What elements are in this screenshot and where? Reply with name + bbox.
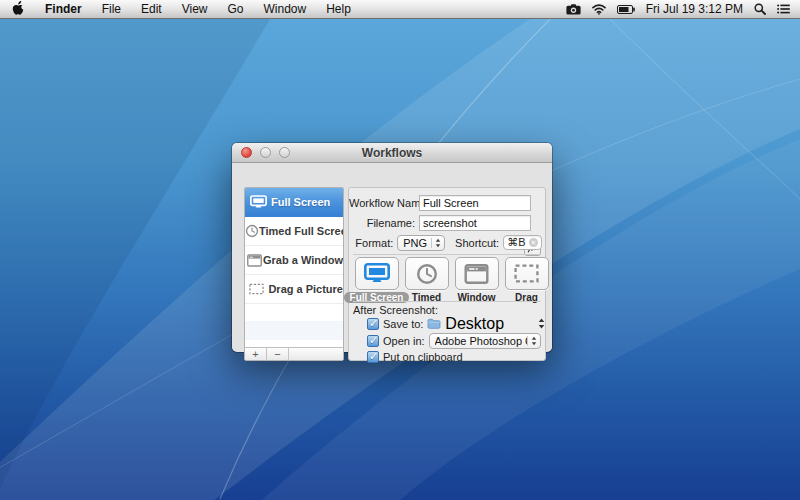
zoom-button[interactable] [279, 147, 290, 158]
separator [353, 254, 541, 255]
window-icon [245, 254, 263, 267]
wifi-status-icon[interactable] [592, 4, 606, 15]
separator [353, 301, 541, 302]
workflow-item-drag-a-picture[interactable]: Drag a Picture [245, 275, 343, 304]
filename-input[interactable] [419, 215, 531, 231]
workflow-detail-pane: Workflow Name: Filename: [348, 187, 546, 361]
shortcut-value: ⌘B [507, 236, 525, 249]
capture-type-buttons: Full Screen Timed [354, 257, 549, 303]
shortcut-label: Shortcut: [455, 237, 499, 249]
apple-menu[interactable] [0, 0, 35, 18]
open-in-label: Open in: [383, 335, 425, 347]
open-in-value: Adobe Photoshop CS5 [435, 335, 527, 347]
window-title: Workflows [362, 146, 422, 160]
spotlight-icon[interactable] [754, 3, 766, 15]
format-label: Format: [349, 237, 393, 249]
marquee-icon [245, 283, 268, 295]
menu-item-go[interactable]: Go [218, 0, 254, 18]
folder-icon [427, 315, 441, 333]
format-popup[interactable]: PNG [397, 235, 445, 251]
menu-item-file[interactable]: File [92, 0, 131, 18]
workflow-name-label: Workflow Name: [349, 197, 415, 209]
minimize-button[interactable] [260, 147, 271, 158]
menu-list-icon[interactable] [777, 4, 790, 14]
desktop: Finder File Edit View Go Window Help [0, 0, 800, 500]
after-screenshot-heading: After Screenshot: [353, 304, 438, 316]
save-to-popup[interactable]: Desktop [427, 315, 545, 333]
workflow-list: Full Screen Timed Full Screen [244, 187, 344, 361]
workflow-list-footer: + − [245, 347, 343, 360]
workflow-item-label: Grab a Window [263, 254, 343, 266]
popup-arrows-icon [538, 318, 545, 329]
popup-arrows-icon [431, 238, 442, 248]
save-to-value: Desktop [445, 315, 504, 333]
clear-shortcut-icon[interactable]: ✕ [529, 238, 538, 247]
menu-bar: Finder File Edit View Go Window Help [0, 0, 800, 19]
save-to-label: Save to: [383, 318, 423, 330]
battery-status-icon[interactable] [617, 5, 635, 14]
workflow-item-grab-a-window[interactable]: Grab a Window [245, 246, 343, 275]
capture-type-window[interactable]: Window [454, 257, 499, 303]
workflow-name-input[interactable] [419, 195, 531, 211]
close-button[interactable] [241, 147, 252, 158]
workflow-item-label: Full Screen [271, 196, 330, 208]
open-in-popup[interactable]: Adobe Photoshop CS5 [429, 333, 541, 349]
clipboard-checkbox[interactable] [367, 351, 379, 363]
workflow-item-label: Drag a Picture [268, 283, 343, 295]
menu-item-help[interactable]: Help [316, 0, 361, 18]
menu-item-window[interactable]: Window [254, 0, 317, 18]
filename-label: Filename: [349, 217, 415, 229]
open-in-checkbox[interactable] [367, 335, 379, 347]
marquee-icon [505, 257, 549, 290]
menu-bar-clock[interactable]: Fri Jul 19 3:12 PM [646, 2, 743, 16]
workflows-window: Workflows Full Screen [232, 143, 552, 352]
display-icon [355, 257, 399, 290]
capture-type-timed[interactable]: Timed [404, 257, 449, 303]
workflow-item-timed-full-screen[interactable]: Timed Full Screen [245, 217, 343, 246]
clipboard-label: Put on clipboard [383, 351, 463, 363]
capture-type-full-screen[interactable]: Full Screen [354, 257, 399, 303]
menu-item-view[interactable]: View [172, 0, 218, 18]
menu-item-edit[interactable]: Edit [131, 0, 172, 18]
capture-type-drag[interactable]: Drag [504, 257, 549, 303]
window-titlebar[interactable]: Workflows [232, 143, 552, 163]
shortcut-input[interactable]: ⌘B ✕ [503, 235, 542, 250]
apple-logo-icon [12, 1, 24, 18]
menu-item-finder[interactable]: Finder [35, 0, 92, 18]
workflow-item-label: Timed Full Screen [259, 225, 344, 237]
remove-workflow-button[interactable]: − [267, 348, 289, 360]
workflow-item-full-screen[interactable]: Full Screen [245, 188, 343, 217]
display-icon [245, 195, 271, 209]
save-to-checkbox[interactable] [367, 318, 379, 330]
add-workflow-button[interactable]: + [245, 348, 267, 360]
clock-icon [405, 257, 449, 290]
window-content: Full Screen Timed Full Screen [232, 163, 552, 351]
window-icon [455, 257, 499, 290]
clock-icon [245, 224, 259, 238]
camera-status-icon[interactable] [566, 4, 581, 15]
format-value: PNG [403, 237, 427, 249]
popup-arrows-icon [527, 336, 538, 346]
